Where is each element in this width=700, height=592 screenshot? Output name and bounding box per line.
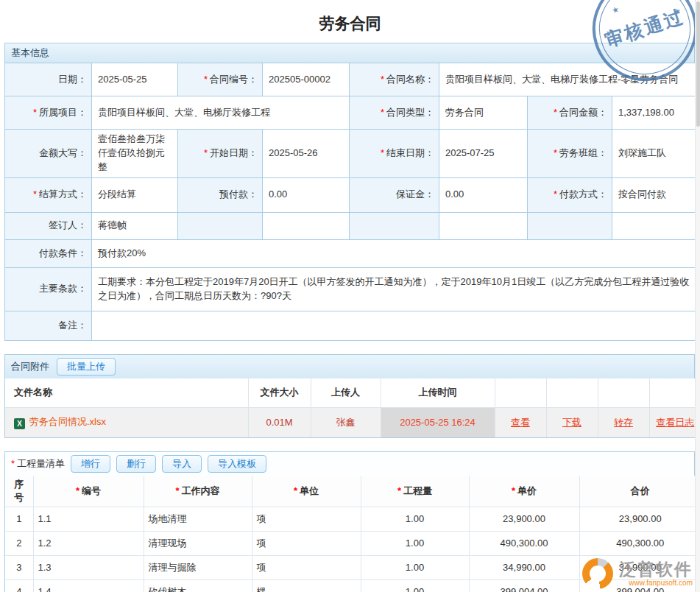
payment-method-value: 按合同付款: [612, 177, 700, 212]
start-date-label: *开始日期：: [178, 130, 263, 178]
main-terms-label: 主要条款：: [5, 267, 92, 311]
code-header: *编号: [33, 476, 144, 507]
attachment-file-name[interactable]: 劳务合同情况.xlsx: [29, 416, 106, 427]
row-quantity: 1.00: [361, 507, 469, 531]
remark-label: 备注：: [5, 311, 92, 340]
required-mark: *: [381, 147, 384, 158]
required-mark: *: [397, 485, 401, 496]
view-link[interactable]: 查看: [511, 417, 530, 428]
payment-terms-value: 预付款20%: [92, 239, 700, 267]
amount-words-label: 金额大写：: [5, 130, 92, 178]
row-no: 2: [5, 531, 33, 555]
empty-label-cell: [178, 212, 263, 239]
section-title-basic-info: 基本信息: [11, 46, 49, 60]
row-quantity: 1.00: [361, 531, 469, 555]
prepayment-value: 0.00: [263, 177, 350, 212]
contract-name-value: 贵阳项目样板间、大堂、电梯厅装修工程-零星劳务合同: [439, 63, 700, 96]
table-row: 3 1.3 清理与掘除 项 1.00 34,990.00 34,990.00: [5, 555, 700, 579]
boq-toolbar: *工程量清单 增行 删行 导入 导入模板: [4, 451, 695, 476]
total-header: 合价: [579, 476, 700, 507]
import-template-button[interactable]: 导入模板: [208, 455, 266, 473]
contract-type-value: 劳务合同: [439, 96, 528, 130]
table-header-row: 文件名称 文件大小 上传人 上传时间: [5, 378, 700, 408]
boq-table: 序号 *编号 *工作内容 *单位 *工程量 *单价 合价 1 1.1 场地清理 …: [5, 476, 700, 592]
row-unit: 项: [252, 507, 361, 531]
row-content: 场地清理: [144, 507, 252, 531]
date-value: 2025-05-25: [92, 63, 178, 96]
end-date-value: 2025-07-25: [439, 130, 528, 178]
row-unit-price: 23,900.00: [469, 507, 579, 531]
row-unit: 棵: [252, 579, 361, 592]
import-button[interactable]: 导入: [162, 455, 202, 473]
batch-upload-button[interactable]: 批量上传: [57, 358, 116, 376]
labor-team-label: *劳务班组：: [528, 130, 612, 178]
attachment-file-size: 0.01M: [248, 408, 311, 437]
attachments-section: 合同附件 批量上传 文件名称 文件大小 上传人 上传时间 X劳务合同情况.xls…: [4, 354, 695, 438]
section-title-attachments: 合同附件: [11, 360, 49, 373]
attachments-table: 文件名称 文件大小 上传人 上传时间 X劳务合同情况.xlsx 0.01M 张鑫…: [5, 378, 700, 437]
add-row-button[interactable]: 增行: [71, 455, 110, 473]
row-content: 清理与掘除: [144, 555, 252, 579]
empty-value-cell: [439, 212, 528, 239]
row-quantity: 1.00: [361, 555, 469, 579]
row-unit-price: 490,300.00: [469, 531, 579, 555]
signer-label: 签订人：: [5, 212, 92, 239]
table-row: 日期： 2025-05-25 *合同编号： 202505-00002 *合同名称…: [5, 63, 700, 96]
action-cell: 下载: [546, 408, 598, 437]
scrollbar-thumb[interactable]: [696, 1, 700, 127]
action-header: [598, 378, 649, 408]
row-no: 3: [5, 555, 33, 579]
attachment-row: X劳务合同情况.xlsx 0.01M 张鑫 2025-05-25 16:24 查…: [5, 408, 700, 437]
required-mark: *: [33, 107, 37, 118]
required-mark: *: [381, 74, 384, 85]
required-mark: *: [11, 458, 15, 469]
section-title-boq: 工程量清单: [17, 458, 65, 469]
table-row: 金额大写： 壹佰叁拾叁万柒仟壹佰玖拾捌元整 *开始日期： 2025-05-26 …: [5, 130, 700, 178]
table-header-row: 序号 *编号 *工作内容 *单位 *工程量 *单价 合价: [5, 476, 700, 507]
action-header: [649, 378, 700, 408]
labor-team-value: 刘琛施工队: [612, 130, 700, 178]
row-total: 23,900.00: [579, 507, 700, 531]
view-log-link[interactable]: 查看日志: [656, 417, 694, 428]
required-mark: *: [554, 107, 557, 118]
project-value: 贵阳项目样板间、大堂、电梯厅装修工程: [92, 96, 350, 130]
settlement-label: *结算方式：: [5, 177, 92, 212]
deposit-label: 保证金：: [350, 177, 439, 212]
payment-method-label: *付款方式：: [528, 177, 612, 212]
page-title: 劳务合同: [0, 0, 700, 43]
action-header: [495, 378, 546, 408]
attachment-file-cell: X劳务合同情况.xlsx: [5, 408, 248, 437]
row-no: 4: [5, 579, 33, 592]
payment-terms-label: 付款条件：: [5, 239, 92, 267]
required-mark: *: [554, 147, 557, 158]
row-total: 399,004.00: [579, 579, 700, 592]
deposit-value: 0.00: [439, 177, 528, 212]
required-mark: *: [204, 74, 208, 85]
table-row: 主要条款： 工期要求：本分包工程定于2019年7月20日开工（以甲方签发的开工通…: [5, 267, 700, 311]
content-header: *工作内容: [144, 476, 252, 507]
basic-info-header-bar: 基本信息: [4, 43, 695, 63]
row-content: 砍伐树木: [144, 579, 252, 592]
required-mark: *: [33, 188, 37, 200]
table-row: 1 1.1 场地清理 项 1.00 23,900.00 23,900.00: [5, 507, 700, 531]
contract-no-value: 202505-00002: [263, 63, 350, 96]
delete-row-button[interactable]: 删行: [116, 455, 156, 473]
boq-section: *工程量清单 增行 删行 导入 导入模板 序号 *编号 *工作内容 *单位 *工…: [4, 451, 695, 592]
required-mark: *: [175, 485, 179, 496]
unit-header: *单位: [252, 476, 361, 507]
amount-value: 1,337,198.00: [612, 96, 700, 130]
attachment-uploader: 张鑫: [311, 408, 381, 437]
end-date-label: *结束日期：: [350, 130, 439, 178]
table-row: 签订人： 蒋德帧: [5, 212, 700, 239]
basic-info-table: 日期： 2025-05-25 *合同编号： 202505-00002 *合同名称…: [4, 63, 700, 341]
table-row: 备注：: [5, 311, 700, 340]
transfer-link[interactable]: 转存: [614, 417, 633, 428]
download-link[interactable]: 下载: [562, 417, 581, 428]
vertical-scrollbar[interactable]: [695, 0, 700, 592]
row-unit-price: 399,004.00: [469, 579, 579, 592]
file-name-header: 文件名称: [5, 378, 248, 408]
row-unit-price: 34,990.00: [469, 555, 579, 579]
attachments-header-bar: 合同附件 批量上传: [4, 354, 695, 379]
contract-type-label: *合同类型：: [350, 96, 439, 130]
required-mark: *: [512, 485, 515, 496]
